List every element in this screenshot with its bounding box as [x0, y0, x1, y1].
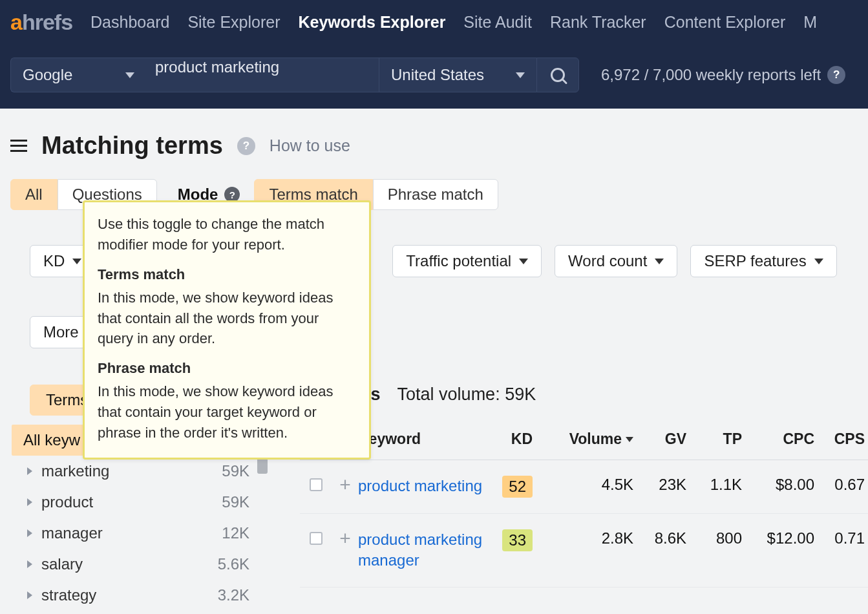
kd-badge: 33: [502, 529, 533, 551]
cell-gv: 23K: [633, 476, 686, 494]
tooltip-intro: Use this toggle to change the match modi…: [98, 214, 356, 255]
term-label: salary: [41, 555, 83, 573]
logo-a: a: [10, 10, 22, 35]
tooltip-heading-1: Terms match: [98, 264, 356, 285]
cell-cpc: $12.00: [742, 529, 814, 547]
help-icon[interactable]: ?: [827, 66, 845, 84]
cell-cps: 0.71: [814, 529, 865, 547]
tooltip-desc-2: In this mode, we show keyword ideas that…: [98, 381, 356, 443]
filter-sf-label: SERP features: [704, 252, 806, 270]
table-header: Keyword KD Volume GV TP CPC CPS: [300, 430, 868, 460]
term-count: 12K: [222, 524, 249, 542]
cell-gv: 8.6K: [633, 529, 686, 547]
search-engine-select[interactable]: Google: [10, 58, 146, 92]
keyword-link[interactable]: product marketing: [358, 476, 487, 496]
filter-serp-features[interactable]: SERP features: [690, 245, 836, 277]
country-select[interactable]: United States: [379, 58, 536, 92]
col-volume[interactable]: Volume: [533, 430, 633, 448]
add-icon[interactable]: +: [339, 532, 351, 545]
nav-more[interactable]: M: [803, 13, 817, 32]
term-row[interactable]: product59K: [10, 487, 269, 518]
chevron-down-icon: [125, 72, 134, 78]
filter-more-label: More: [43, 323, 79, 341]
cell-cps: 0.67: [814, 476, 865, 494]
term-label: marketing: [41, 462, 109, 480]
row-checkbox[interactable]: [310, 532, 323, 545]
mode-tooltip: Use this toggle to change the match modi…: [83, 200, 371, 460]
keyword-value: product marketing: [155, 58, 279, 76]
term-row[interactable]: salary5.6K: [10, 549, 269, 580]
tooltip-heading-2: Phrase match: [98, 358, 356, 379]
filter-wc-label: Word count: [568, 252, 647, 270]
tab-phrase-match[interactable]: Phrase match: [373, 179, 498, 210]
chevron-down-icon: [655, 259, 664, 264]
filter-tp-label: Traffic potential: [406, 252, 511, 270]
results-summary: keywords Total volume: 59K: [300, 385, 868, 405]
top-nav: ahrefs Dashboard Site Explorer Keywords …: [10, 0, 868, 44]
sort-desc-icon: [626, 437, 633, 442]
term-row[interactable]: strategy3.2K: [10, 580, 269, 611]
col-cps[interactable]: CPS: [814, 430, 865, 448]
search-row: Google product marketing United States 6…: [10, 57, 868, 93]
keyword-link[interactable]: product marketing manager: [358, 529, 487, 571]
cell-tp: 800: [686, 529, 742, 547]
total-volume-value: 59K: [505, 385, 536, 404]
chevron-down-icon: [72, 259, 81, 264]
country-value: United States: [391, 66, 484, 84]
chevron-down-icon: [516, 72, 525, 78]
col-gv[interactable]: GV: [633, 430, 686, 448]
term-label: manager: [41, 524, 103, 542]
term-label: strategy: [41, 586, 96, 604]
col-keyword[interactable]: Keyword: [358, 430, 487, 448]
search-engine-value: Google: [23, 66, 72, 84]
reports-remaining: 6,972 / 7,000 weekly reports left ?: [601, 66, 845, 84]
help-icon[interactable]: ?: [237, 137, 255, 155]
nav-keywords-explorer[interactable]: Keywords Explorer: [299, 13, 446, 32]
term-row[interactable]: marketing59K: [10, 456, 269, 487]
table-row: +product marketing524.5K23K1.1K$8.000.67: [300, 460, 868, 514]
tooltip-desc-1: In this mode, we show keyword ideas that…: [98, 288, 356, 350]
kd-badge: 52: [502, 476, 533, 498]
search-button[interactable]: [536, 58, 579, 92]
term-count: 59K: [222, 462, 249, 480]
col-cpc[interactable]: CPC: [742, 430, 814, 448]
tab-all[interactable]: All: [10, 179, 58, 210]
row-checkbox[interactable]: [310, 478, 323, 491]
cell-volume: 4.5K: [533, 476, 633, 494]
hamburger-icon[interactable]: [10, 140, 27, 152]
cell-tp: 1.1K: [686, 476, 742, 494]
title-row: Matching terms ? How to use: [0, 109, 868, 179]
expand-icon: [27, 498, 32, 506]
expand-icon: [27, 560, 32, 568]
nav-site-audit[interactable]: Site Audit: [463, 13, 532, 32]
col-volume-label: Volume: [569, 430, 622, 448]
filter-word-count[interactable]: Word count: [555, 245, 677, 277]
nav-content-explorer[interactable]: Content Explorer: [664, 13, 786, 32]
nav-rank-tracker[interactable]: Rank Tracker: [550, 13, 646, 32]
logo-rest: hrefs: [22, 10, 72, 35]
how-to-use-link[interactable]: How to use: [270, 136, 350, 155]
nav-site-explorer[interactable]: Site Explorer: [187, 13, 280, 32]
col-tp[interactable]: TP: [686, 430, 742, 448]
logo[interactable]: ahrefs: [10, 10, 72, 35]
chevron-down-icon: [814, 259, 823, 264]
total-volume-label: Total volume:: [397, 385, 500, 404]
add-icon[interactable]: +: [339, 478, 351, 491]
term-count: 59K: [222, 493, 249, 511]
term-row[interactable]: manager12K: [10, 518, 269, 549]
term-label: product: [41, 493, 93, 511]
expand-icon: [27, 467, 32, 475]
table-row: +product marketing manager332.8K8.6K800$…: [300, 514, 868, 588]
search-icon: [551, 68, 565, 82]
term-count: 5.6K: [218, 555, 249, 573]
nav-dashboard[interactable]: Dashboard: [90, 13, 169, 32]
keyword-input[interactable]: product marketing: [146, 58, 379, 92]
filter-traffic-potential[interactable]: Traffic potential: [392, 245, 542, 277]
expand-icon: [27, 529, 32, 537]
reports-remaining-text: 6,972 / 7,000 weekly reports left: [601, 66, 821, 84]
page-title: Matching terms: [41, 132, 223, 160]
filter-kd-label: KD: [43, 252, 65, 270]
expand-icon: [27, 591, 32, 599]
term-count: 3.2K: [218, 586, 249, 604]
col-kd[interactable]: KD: [487, 430, 533, 448]
